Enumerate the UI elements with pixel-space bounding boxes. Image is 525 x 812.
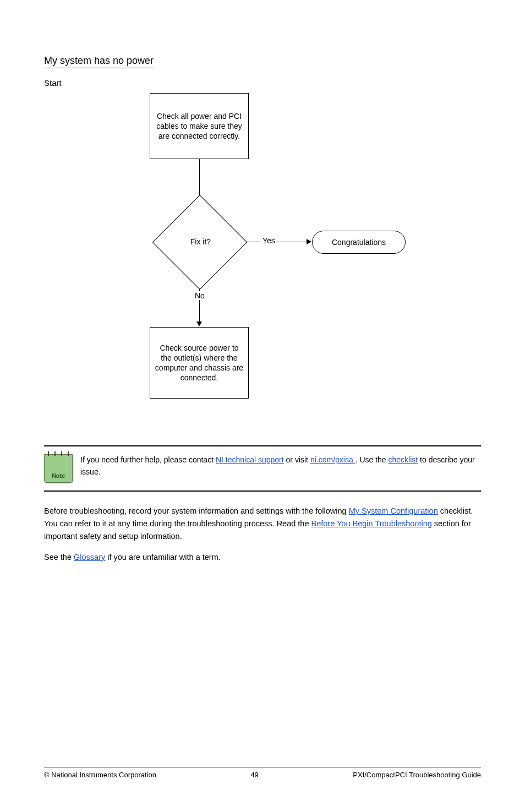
instruction-text: Before troubleshooting, record your syst…	[44, 505, 481, 564]
para2-frag: See the	[44, 553, 74, 562]
flowchart-step-2: Check source power to the outlet(s) wher…	[150, 327, 249, 399]
note-link-support[interactable]: NI technical support	[216, 455, 284, 464]
note-link-site[interactable]: ni.com/pxisa	[310, 455, 356, 464]
link-before-you-begin[interactable]: Before You Begin Troubleshooting	[311, 519, 432, 528]
flowchart-decision-label: Fix it?	[167, 237, 233, 246]
note-link-pxisa: /pxisa	[333, 455, 353, 464]
para2-frag: if you are unfamiliar with a term.	[107, 553, 221, 562]
note-text-frag: If you need further help, please contact	[80, 455, 216, 464]
flowchart-step-1: Check all power and PCI cables to make s…	[150, 93, 249, 159]
footer-doc-title: PXI/CompactPCI Troubleshooting Guide	[353, 771, 481, 779]
arrow-right-icon	[307, 239, 311, 244]
note-text-frag: . Use the	[356, 455, 389, 464]
flowchart-congrats: Congratulations	[312, 231, 406, 254]
note-icon-label: Note	[45, 472, 72, 479]
arrow-down-icon	[196, 321, 202, 326]
note-text-frag: or visit	[286, 455, 310, 464]
flowchart-connector	[246, 242, 309, 242]
note-link-nicom: ni.com	[310, 455, 333, 464]
note-callout: Note If you need further help, please co…	[44, 445, 481, 492]
footer-copyright: © National Instruments Corporation	[44, 771, 156, 779]
note-icon: Note	[44, 454, 72, 483]
page-footer: © National Instruments Corporation 49 PX…	[44, 767, 481, 779]
flowchart-yes-label: Yes	[261, 236, 276, 245]
link-glossary[interactable]: Glossary	[74, 553, 105, 562]
link-my-system-configuration[interactable]: My System Configuration	[349, 506, 438, 515]
flowchart-no-label: No	[194, 291, 206, 300]
para1-frag: Before troubleshooting, record your syst…	[44, 506, 349, 515]
note-link-checklist[interactable]: checklist	[389, 455, 418, 464]
section-subtitle: Start	[44, 78, 481, 88]
section-title: My system has no power	[44, 55, 154, 68]
footer-page-number: 49	[250, 771, 258, 779]
flowchart: Check all power and PCI cables to make s…	[44, 93, 481, 434]
note-text: If you need further help, please contact…	[80, 454, 481, 478]
